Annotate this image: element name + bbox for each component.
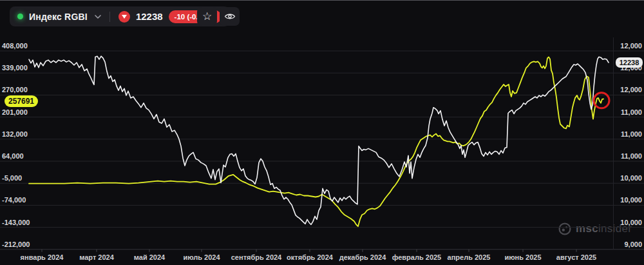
window-top-edge (0, 0, 644, 1)
favorite-button[interactable]: ☆ (197, 7, 217, 26)
time-axis-label: сентябрь 2024 (231, 253, 282, 261)
direction-down-icon (118, 11, 130, 23)
right-axis-label: 10,000 (620, 219, 642, 226)
left-axis-label: -143,000 (2, 219, 30, 226)
chart-window: mscinsider 408,000339,000270,000201,0001… (0, 0, 644, 265)
last-price: 12238 (136, 11, 163, 22)
left-axis-label: 270,000 (2, 86, 28, 93)
left-axis-label: 339,000 (2, 64, 28, 72)
white-last-value-badge: 12238 (616, 57, 643, 68)
status-dot-icon (17, 14, 23, 19)
right-axis-label: 11,000 (621, 152, 642, 160)
time-axis-label: июль 2024 (183, 253, 220, 261)
right-axis-label: 11,000 (621, 108, 642, 116)
right-axis-label: 11,000 (621, 130, 642, 138)
time-axis-label: декабрь 2024 (339, 253, 386, 261)
left-axis-label: -74,000 (2, 196, 26, 204)
eye-icon (224, 12, 236, 21)
watch-button[interactable] (220, 7, 240, 26)
time-axis-label: январь 2024 (21, 253, 64, 261)
time-axis-label: май 2024 (134, 253, 165, 261)
chevron-down-icon[interactable] (95, 15, 101, 19)
instrument-name: Индекс RGBI (29, 12, 88, 22)
time-axis-label: февраль 2025 (392, 253, 441, 261)
right-axis-label: 9,000 (624, 240, 642, 248)
series-rgbi-index (29, 56, 609, 224)
time-axis-label: октябрь 2024 (287, 253, 333, 261)
right-axis-label: 10,000 (620, 196, 642, 204)
right-axis-label: 12,000 (620, 42, 642, 50)
chart-plot-area[interactable] (0, 0, 644, 265)
right-axis-label: 10,000 (620, 174, 642, 182)
left-axis-label: 64,000 (2, 152, 24, 160)
star-icon: ☆ (202, 11, 212, 22)
left-axis-label: 132,000 (2, 130, 28, 138)
left-axis-label: -5,000 (2, 174, 22, 182)
time-axis-label: июнь 2025 (504, 253, 541, 261)
time-axis-label: апрель 2025 (448, 253, 491, 261)
instrument-header-pill[interactable]: Индекс RGBI 12238 -10 (-0.08%) (10, 6, 229, 26)
left-axis-label: 201,000 (2, 108, 28, 116)
left-axis-label: -212,000 (2, 240, 30, 248)
yellow-last-value-badge: 257691 (5, 95, 38, 107)
header-divider (109, 12, 110, 22)
time-axis-label: август 2025 (556, 253, 596, 261)
left-axis-label: 408,000 (2, 42, 28, 50)
time-axis-label: март 2024 (79, 253, 114, 261)
right-axis-label: 12,000 (620, 86, 642, 93)
